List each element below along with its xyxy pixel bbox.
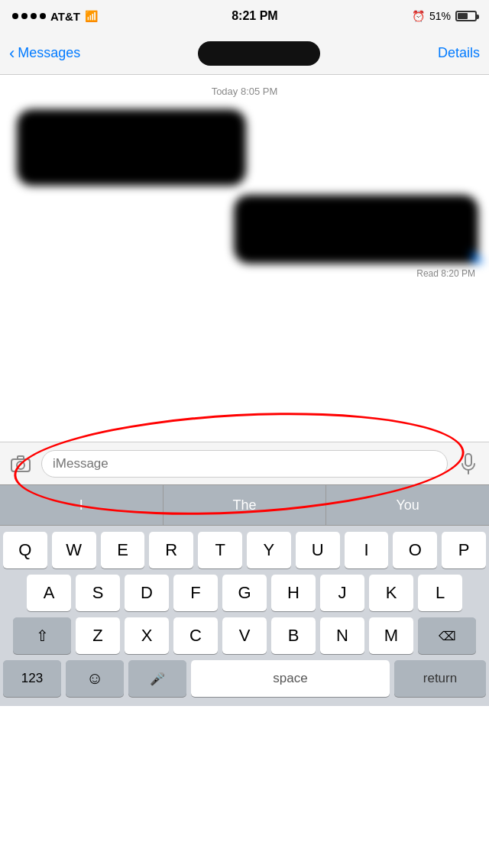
- key-f[interactable]: F: [173, 575, 218, 611]
- signal-dots: [12, 13, 46, 19]
- message-area: Today 8:05 PM Read 8:20 PM: [0, 75, 489, 442]
- battery-percent: 51%: [429, 10, 451, 22]
- key-r[interactable]: R: [149, 532, 193, 568]
- keyboard: Q W E R T Y U I O P A S D F G H J K L ⇧ …: [0, 526, 489, 706]
- keyboard-row-4: 123 ☺ 🎤 space return: [3, 660, 486, 697]
- emoji-key[interactable]: ☺: [66, 660, 124, 697]
- key-k[interactable]: K: [369, 575, 413, 611]
- incoming-message-row: [0, 105, 489, 190]
- outgoing-message-row: [0, 190, 489, 268]
- chevron-left-icon: ‹: [9, 44, 15, 63]
- read-receipt: Read 8:20 PM: [0, 268, 489, 285]
- key-g[interactable]: G: [222, 575, 267, 611]
- status-bar: AT&T 📶 8:21 PM ⏰ 51%: [0, 0, 489, 32]
- message-timestamp: Today 8:05 PM: [0, 75, 489, 105]
- key-w[interactable]: W: [52, 532, 96, 568]
- status-right: ⏰ 51%: [412, 10, 477, 22]
- bubble-tail: [471, 248, 486, 264]
- status-time: 8:21 PM: [232, 9, 277, 23]
- key-y[interactable]: Y: [247, 532, 291, 568]
- key-m[interactable]: M: [369, 617, 413, 654]
- shift-key[interactable]: ⇧: [13, 617, 71, 654]
- back-label: Messages: [18, 45, 80, 61]
- return-key[interactable]: return: [394, 660, 486, 697]
- status-left: AT&T 📶: [12, 10, 98, 23]
- carrier-label: AT&T: [50, 10, 80, 23]
- battery-icon: [455, 11, 477, 21]
- wifi-icon: 📶: [85, 10, 98, 22]
- key-t[interactable]: T: [198, 532, 242, 568]
- predictive-word-i[interactable]: I: [0, 485, 164, 525]
- mic-keyboard-key[interactable]: 🎤: [128, 660, 186, 697]
- svg-rect-2: [18, 456, 24, 459]
- key-a[interactable]: A: [27, 575, 71, 611]
- keyboard-row-3: ⇧ Z X C V B N M ⌫: [3, 617, 486, 654]
- key-v[interactable]: V: [222, 617, 267, 654]
- space-key[interactable]: space: [191, 660, 390, 697]
- key-j[interactable]: J: [320, 575, 364, 611]
- key-c[interactable]: C: [173, 617, 218, 654]
- numbers-key[interactable]: 123: [3, 660, 61, 697]
- key-x[interactable]: X: [125, 617, 169, 654]
- camera-button[interactable]: [6, 449, 35, 478]
- predictive-word-the[interactable]: The: [164, 485, 327, 525]
- predictive-word-you[interactable]: You: [326, 485, 489, 525]
- svg-point-1: [17, 462, 24, 469]
- key-l[interactable]: L: [418, 575, 462, 611]
- predictive-bar: I The You: [0, 484, 489, 526]
- key-e[interactable]: E: [101, 532, 145, 568]
- delete-key[interactable]: ⌫: [418, 617, 476, 654]
- key-p[interactable]: P: [442, 532, 486, 568]
- key-n[interactable]: N: [320, 617, 364, 654]
- key-h[interactable]: H: [271, 575, 316, 611]
- alarm-icon: ⏰: [412, 10, 425, 22]
- key-z[interactable]: Z: [76, 617, 120, 654]
- contact-name-redacted[interactable]: [198, 41, 320, 66]
- details-button[interactable]: Details: [438, 45, 480, 61]
- key-d[interactable]: D: [125, 575, 169, 611]
- key-i[interactable]: I: [345, 532, 389, 568]
- back-button[interactable]: ‹ Messages: [9, 44, 80, 63]
- incoming-bubble-redacted: [17, 109, 246, 186]
- outgoing-bubble-redacted: [234, 195, 478, 264]
- key-o[interactable]: O: [393, 532, 437, 568]
- key-u[interactable]: U: [296, 532, 340, 568]
- nav-bar: ‹ Messages Details: [0, 32, 489, 75]
- imessage-input[interactable]: [41, 450, 448, 478]
- key-b[interactable]: B: [271, 617, 316, 654]
- keyboard-row-1: Q W E R T Y U I O P: [3, 532, 486, 568]
- input-bar: [0, 442, 489, 484]
- svg-rect-3: [465, 454, 471, 466]
- key-s[interactable]: S: [76, 575, 120, 611]
- key-q[interactable]: Q: [3, 532, 47, 568]
- keyboard-row-2: A S D F G H J K L: [3, 575, 486, 611]
- mic-button[interactable]: [454, 449, 483, 478]
